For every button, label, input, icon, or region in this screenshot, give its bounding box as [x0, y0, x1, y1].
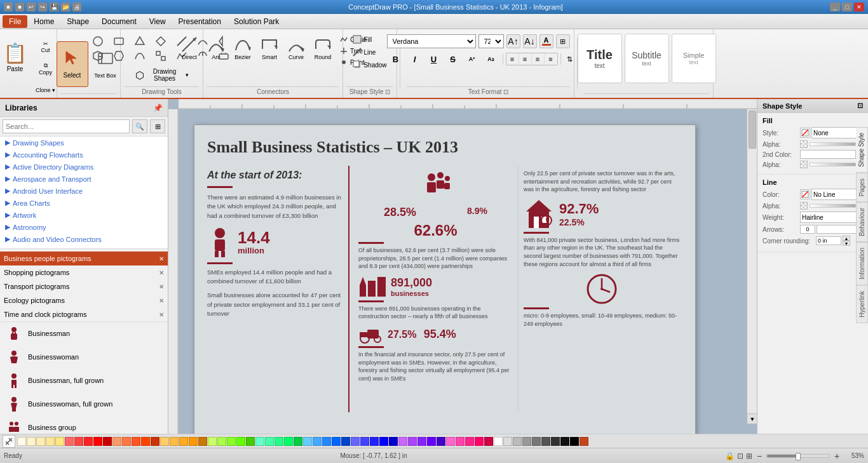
menu-view[interactable]: View [143, 15, 172, 28]
fill-style-select[interactable]: None ▾ [811, 127, 863, 138]
superscript-button[interactable]: A² [463, 50, 481, 68]
alpha2-slider[interactable] [810, 163, 856, 166]
line-button[interactable]: Line [351, 47, 388, 57]
smart-button[interactable]: Smart [257, 32, 281, 77]
custom-color-button[interactable] [3, 435, 15, 448]
arc-button[interactable]: Arc [204, 32, 228, 77]
more-options-button[interactable]: ⊞ [556, 34, 570, 48]
dt-icon-4[interactable] [152, 34, 170, 48]
line-alpha-slider[interactable] [810, 204, 856, 208]
color-cell[interactable] [379, 437, 388, 446]
color-cell[interactable] [65, 437, 74, 446]
tab-information[interactable]: Information [856, 242, 868, 285]
color-cell[interactable] [227, 437, 236, 446]
fill-button[interactable]: Fill [351, 34, 388, 44]
panel-expand-icon[interactable]: ⊡ [857, 102, 863, 110]
color-cell[interactable] [17, 437, 26, 446]
canvas-scroll[interactable]: Small Business Statistics – UK 2013 At t… [168, 99, 757, 434]
corner-up-button[interactable]: ▲ [843, 236, 850, 241]
color-cell[interactable] [151, 437, 159, 446]
color-cell[interactable] [560, 437, 569, 446]
color-cell[interactable] [103, 437, 112, 446]
lib-item-astronomy[interactable]: ▶ Astronomy [0, 221, 168, 233]
color-cell[interactable] [446, 437, 455, 446]
close-transport-icon[interactable]: ✕ [159, 283, 164, 290]
close-ecology-icon[interactable]: ✕ [159, 297, 164, 304]
color-cell[interactable] [541, 437, 550, 446]
corner-rounding-input[interactable] [816, 236, 841, 245]
undo-icon[interactable]: ↩ [27, 3, 36, 11]
color-cell[interactable] [494, 437, 503, 446]
library-search-input[interactable] [3, 119, 130, 133]
color-cell[interactable] [122, 437, 131, 446]
dt-icon-11[interactable] [152, 49, 170, 63]
clone-button[interactable]: Clone ▾ [33, 80, 58, 100]
color-cell[interactable] [437, 437, 445, 446]
curve-button[interactable]: Curve [284, 32, 308, 77]
color-cell[interactable] [322, 437, 331, 446]
lib-ecology[interactable]: Ecology pictograms ✕ [0, 293, 168, 307]
color-cell[interactable] [255, 437, 264, 446]
copy-button[interactable]: ⧉ Copy [33, 58, 58, 79]
color-cell[interactable] [141, 437, 150, 446]
lock-icon[interactable]: 🔒 [725, 452, 735, 460]
color-cell[interactable] [370, 437, 379, 446]
color-cell[interactable] [484, 437, 493, 446]
color-cell[interactable] [265, 437, 274, 446]
color-cell[interactable] [132, 437, 140, 446]
lib-item-active-directory[interactable]: ▶ Active Directory Diagrams [0, 161, 168, 173]
color-cell[interactable] [284, 437, 293, 446]
color-cell[interactable] [275, 437, 283, 446]
color-cell[interactable] [332, 437, 341, 446]
picto-business-group[interactable]: Business group [0, 416, 168, 434]
picto-businesswoman-full[interactable]: Businesswoman, full grown [0, 393, 168, 416]
paste-button[interactable]: 📋 Paste [0, 34, 32, 80]
bold-button[interactable]: B [387, 50, 405, 68]
dt-icon-9[interactable] [110, 49, 128, 63]
corner-down-button[interactable]: ▼ [843, 241, 850, 246]
font-grow-button[interactable]: A↑ [506, 34, 520, 48]
lib-item-android[interactable]: ▶ Android User Interface [0, 185, 168, 197]
library-search-button[interactable]: 🔍 [132, 119, 147, 133]
scroll-down-button[interactable]: ▼ [747, 413, 757, 424]
library-view-button[interactable]: ⊞ [150, 119, 165, 133]
color-cell[interactable] [112, 437, 121, 446]
color-cell[interactable] [303, 437, 312, 446]
color-cell[interactable] [513, 437, 522, 446]
color-cell[interactable] [27, 437, 36, 446]
menu-home[interactable]: Home [27, 15, 60, 28]
color-cell[interactable] [532, 437, 541, 446]
color-cell[interactable] [313, 437, 322, 446]
lib-item-aerospace[interactable]: ▶ Aerospace and Transport [0, 173, 168, 185]
menu-shape[interactable]: Shape [60, 15, 95, 28]
close-business-people-icon[interactable]: ✕ [159, 255, 164, 262]
lib-transport[interactable]: Transport pictograms ✕ [0, 279, 168, 293]
lib-time-clock[interactable]: Time and clock pictograms ✕ [0, 307, 168, 321]
color-cell[interactable] [208, 437, 217, 446]
color-cell[interactable] [475, 437, 484, 446]
menu-file[interactable]: File [3, 15, 27, 28]
grid-icon[interactable]: ⊞ [746, 452, 752, 460]
color-cell[interactable] [351, 437, 360, 446]
arrows-input[interactable] [800, 225, 815, 234]
shadow-button[interactable]: Shadow [351, 60, 388, 70]
subscript-button[interactable]: A₂ [482, 50, 500, 68]
color-cell[interactable] [389, 437, 398, 446]
v-scroll-thumb[interactable] [749, 111, 756, 149]
alpha-slider[interactable] [810, 142, 856, 146]
bezier-button[interactable]: Bezier [231, 32, 255, 77]
font-size-select[interactable]: 72 [478, 34, 504, 48]
color-cell[interactable] [465, 437, 474, 446]
lib-item-audio-video-media[interactable]: ▶ Audio, Video, Media [0, 245, 168, 249]
save-icon[interactable]: 💾 [50, 3, 58, 11]
dt-icon-8[interactable] [89, 49, 107, 63]
tab-shape-style[interactable]: Shape Style [856, 127, 868, 173]
simple-text-button[interactable]: Simple text [672, 34, 716, 83]
strikethrough-button[interactable]: S [444, 50, 462, 68]
canvas-document[interactable]: Small Business Statistics – UK 2013 At t… [194, 124, 696, 434]
tab-hyperlink[interactable]: Hyperlink [856, 285, 868, 323]
font-family-select[interactable]: Verdana [387, 34, 476, 48]
menu-solution-park[interactable]: Solution Park [227, 15, 285, 28]
picto-businesswoman[interactable]: Businesswoman [0, 346, 168, 369]
color-cell[interactable] [46, 437, 55, 446]
